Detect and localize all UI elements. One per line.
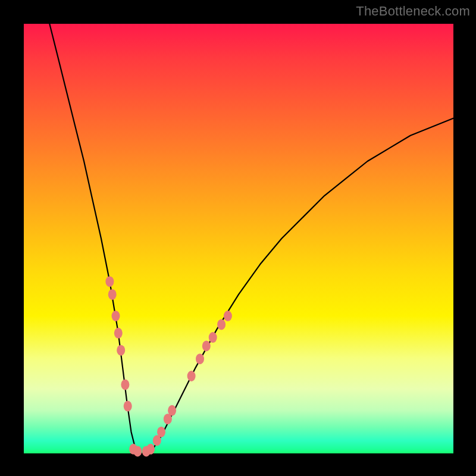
- data-dot: [105, 276, 114, 287]
- bottleneck-curve: [49, 24, 453, 453]
- data-dot: [108, 289, 117, 300]
- plot-area: [24, 24, 453, 453]
- data-dot: [117, 345, 125, 356]
- data-dots: [105, 276, 232, 456]
- data-dot: [217, 319, 226, 330]
- curve-layer: [24, 24, 453, 453]
- data-dot: [168, 405, 176, 416]
- data-dot: [133, 446, 142, 456]
- data-dot: [202, 341, 211, 352]
- data-dot: [124, 401, 132, 412]
- data-dot: [114, 328, 123, 339]
- data-dot: [146, 444, 155, 455]
- data-dot: [121, 380, 129, 390]
- data-dot: [224, 311, 232, 321]
- data-dot: [196, 353, 204, 364]
- chart-frame: TheBottleneck.com: [0, 0, 476, 476]
- data-dot: [187, 371, 196, 381]
- data-dot: [112, 311, 120, 321]
- watermark-text: TheBottleneck.com: [356, 4, 470, 19]
- data-dot: [157, 427, 165, 437]
- data-dot: [209, 332, 217, 343]
